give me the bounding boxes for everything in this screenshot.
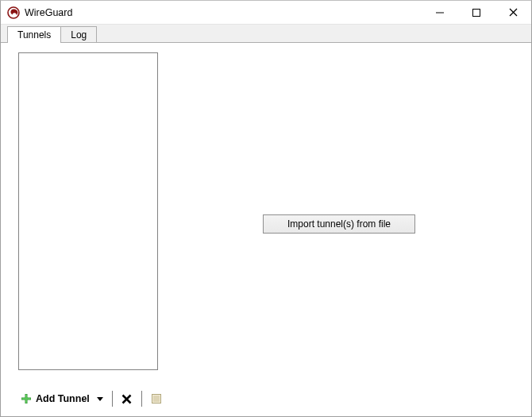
svg-line-4 [510, 9, 517, 16]
toolbar-separator-2 [141, 391, 142, 407]
tunnels-pane: Import tunnel(s) from file Add Tunnel [1, 42, 531, 416]
close-button[interactable] [495, 1, 531, 24]
tab-log[interactable]: Log [61, 26, 97, 43]
app-window: WireGuard Tunnels Log [0, 0, 532, 417]
tab-log-label: Log [71, 29, 87, 41]
svg-line-3 [510, 9, 517, 16]
tab-tunnels[interactable]: Tunnels [7, 26, 61, 43]
toolbar-separator [112, 391, 113, 407]
tab-tunnels-label: Tunnels [17, 29, 51, 41]
chevron-down-icon [97, 397, 103, 401]
add-tunnel-dropdown[interactable] [94, 390, 106, 407]
titlebar: WireGuard [1, 1, 531, 25]
remove-tunnel-button[interactable] [119, 390, 135, 407]
svg-rect-8 [22, 398, 31, 400]
add-tunnel-button[interactable]: Add Tunnel [18, 390, 94, 407]
tunnel-toolbar: Add Tunnel [18, 389, 164, 408]
tab-strip: Tunnels Log [1, 25, 531, 43]
svg-marker-9 [97, 397, 103, 401]
plus-icon [20, 392, 33, 405]
svg-rect-12 [152, 395, 160, 403]
wireguard-logo-icon [7, 6, 20, 19]
minimize-button[interactable] [422, 1, 458, 24]
export-tunnels-button[interactable] [148, 390, 164, 407]
add-tunnel-label: Add Tunnel [36, 393, 90, 404]
maximize-button[interactable] [458, 1, 495, 24]
add-tunnel-split-button: Add Tunnel [18, 390, 106, 407]
x-icon [121, 394, 132, 404]
tunnel-list[interactable] [18, 52, 158, 370]
import-tunnel-label: Import tunnel(s) from file [287, 218, 391, 230]
window-title: WireGuard [25, 7, 72, 18]
import-tunnel-button[interactable]: Import tunnel(s) from file [263, 214, 415, 234]
svg-rect-2 [473, 9, 480, 16]
export-icon [151, 393, 162, 404]
window-controls [422, 1, 531, 24]
